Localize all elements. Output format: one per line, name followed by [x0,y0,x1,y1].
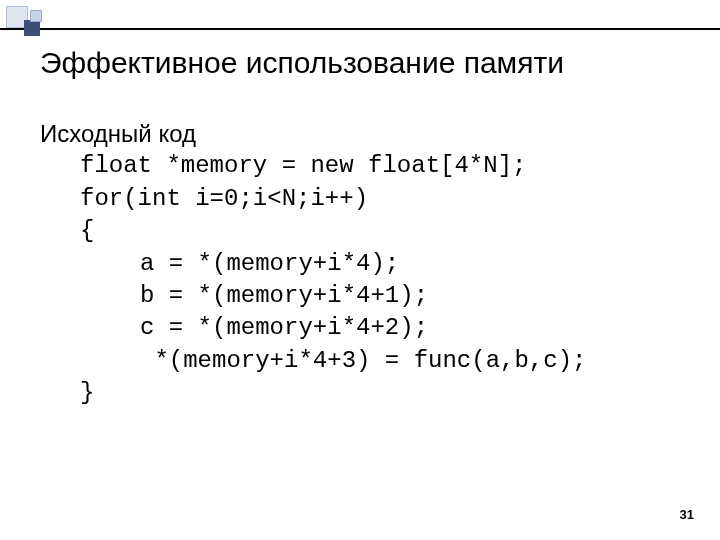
slide-body: Исходный код float *memory = new float[4… [40,118,690,410]
code-line: } [40,377,690,409]
code-line: c = *(memory+i*4+2); [40,312,690,344]
intro-label: Исходный код [40,120,196,147]
code-line: *(memory+i*4+3) = func(a,b,c); [40,345,690,377]
code-line: { [40,215,690,247]
code-line: for(int i=0;i<N;i++) [40,183,690,215]
code-line: a = *(memory+i*4); [40,248,690,280]
decor-square [30,10,42,22]
top-rule [0,28,720,30]
code-line: b = *(memory+i*4+1); [40,280,690,312]
decor-square [24,20,40,36]
code-line: float *memory = new float[4*N]; [40,150,690,182]
page-number: 31 [680,507,694,522]
corner-decoration [0,0,150,40]
slide-title: Эффективное использование памяти [40,46,690,80]
